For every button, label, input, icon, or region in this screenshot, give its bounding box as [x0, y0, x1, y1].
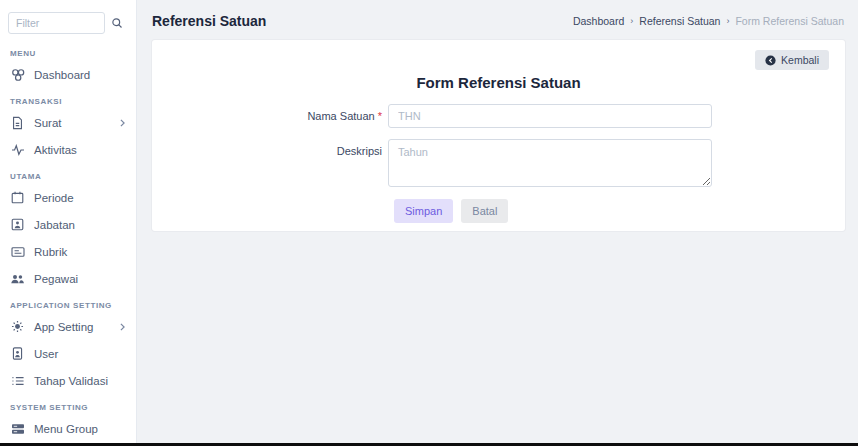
nama-satuan-input[interactable] — [388, 104, 712, 128]
calendar-icon — [10, 191, 25, 204]
breadcrumb-separator: › — [726, 16, 729, 26]
page-title: Referensi Satuan — [152, 13, 266, 29]
server-stack-icon — [10, 423, 25, 435]
batal-button[interactable]: Batal — [461, 199, 508, 223]
breadcrumb: Dashboard › Referensi Satuan › Form Refe… — [573, 15, 844, 27]
filter-input[interactable] — [8, 12, 105, 34]
chevron-right-icon — [119, 119, 126, 127]
breadcrumb-item-dashboard[interactable]: Dashboard — [573, 15, 624, 27]
sidebar-item-label: Periode — [34, 192, 74, 204]
sidebar-item-pegawai[interactable]: Pegawai — [0, 265, 136, 292]
list-icon — [10, 375, 25, 387]
form-row-deskripsi: Deskripsi — [168, 139, 829, 187]
form-title: Form Referensi Satuan — [168, 74, 829, 91]
page-header: Referensi Satuan Dashboard › Referensi S… — [137, 0, 858, 40]
sidebar-item-menu-group[interactable]: Menu Group — [0, 415, 136, 442]
sidebar-item-label: Jabatan — [34, 219, 75, 231]
sidebar-item-aktivitas[interactable]: Aktivitas — [0, 136, 136, 163]
card-lines-icon — [10, 246, 25, 258]
sidebar-item-surat[interactable]: Surat — [0, 109, 136, 136]
form-card: Kembali Form Referensi Satuan Nama Satua… — [152, 40, 845, 231]
badge-person-icon — [10, 218, 25, 231]
sidebar-item-dashboard[interactable]: Dashboard — [0, 61, 136, 88]
sidebar-item-label: User — [34, 348, 58, 360]
section-label-application-setting: APPLICATION SETTING — [0, 292, 136, 313]
users-icon — [10, 273, 25, 285]
nama-satuan-label: Nama Satuan * — [168, 104, 388, 128]
sidebar-item-jabatan[interactable]: Jabatan — [0, 211, 136, 238]
app-window: MENU Dashboard TRANSAKSI Surat — [0, 0, 858, 443]
sidebar-item-label: Dashboard — [34, 69, 90, 81]
sidebar-item-user[interactable]: User — [0, 340, 136, 367]
chevron-right-icon — [119, 323, 126, 331]
search-icon[interactable] — [111, 17, 123, 29]
breadcrumb-separator: › — [630, 16, 633, 26]
back-button[interactable]: Kembali — [755, 50, 829, 70]
sidebar-item-label: Rubrik — [34, 246, 67, 258]
deskripsi-textarea[interactable] — [388, 139, 712, 187]
sidebar-item-app-setting[interactable]: App Setting — [0, 313, 136, 340]
dashboard-icon — [10, 68, 25, 82]
sidebar-item-rubrik[interactable]: Rubrik — [0, 238, 136, 265]
sidebar-item-label: Menu Group — [34, 423, 98, 435]
back-button-label: Kembali — [781, 54, 819, 66]
deskripsi-label: Deskripsi — [168, 139, 388, 187]
section-label-system-setting: SYSTEM SETTING — [0, 394, 136, 415]
arrow-left-circle-icon — [765, 55, 776, 66]
simpan-button[interactable]: Simpan — [394, 199, 453, 223]
sidebar-item-periode[interactable]: Periode — [0, 184, 136, 211]
sidebar-filter-row — [0, 0, 136, 40]
gear-icon — [10, 320, 25, 333]
section-label-utama: UTAMA — [0, 163, 136, 184]
sidebar-item-label: App Setting — [34, 321, 93, 333]
sidebar-item-label: Pegawai — [34, 273, 78, 285]
sidebar: MENU Dashboard TRANSAKSI Surat — [0, 0, 137, 443]
main-content: Referensi Satuan Dashboard › Referensi S… — [137, 0, 858, 443]
label-text: Deskripsi — [337, 145, 382, 157]
sidebar-item-label: Tahap Validasi — [34, 375, 108, 387]
sidebar-item-label: Surat — [34, 117, 62, 129]
section-label-transaksi: TRANSAKSI — [0, 88, 136, 109]
sidebar-item-label: Aktivitas — [34, 144, 77, 156]
sidebar-item-tahap-validasi[interactable]: Tahap Validasi — [0, 367, 136, 394]
breadcrumb-item-referensi-satuan[interactable]: Referensi Satuan — [639, 15, 720, 27]
breadcrumb-item-form-referensi-satuan: Form Referensi Satuan — [735, 15, 844, 27]
activity-icon — [10, 144, 25, 156]
document-icon — [10, 116, 25, 130]
user-card-icon — [10, 347, 25, 360]
section-label-menu: MENU — [0, 40, 136, 61]
required-asterisk: * — [378, 110, 382, 122]
label-text: Nama Satuan — [307, 110, 374, 122]
form-actions: Simpan Batal — [394, 199, 829, 223]
form-row-nama-satuan: Nama Satuan * — [168, 104, 829, 128]
card-toolbar: Kembali — [168, 50, 829, 70]
